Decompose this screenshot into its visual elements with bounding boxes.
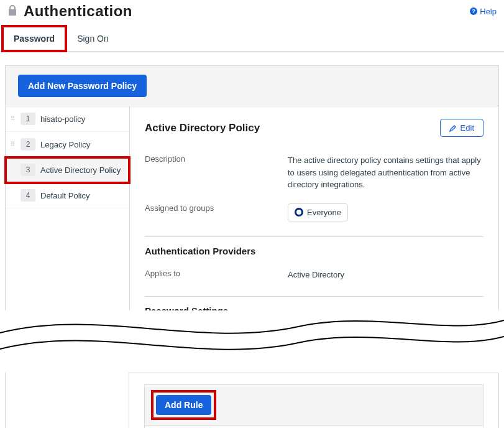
auth-providers-title: Authentication Providers bbox=[145, 246, 483, 256]
rules-table-header: Priority Rule Name Access Status bbox=[145, 426, 483, 429]
edit-button[interactable]: Edit bbox=[440, 119, 483, 137]
policy-name-label: Legacy Policy bbox=[40, 140, 90, 149]
edit-label: Edit bbox=[460, 123, 474, 133]
sidebar-item-default-policy[interactable]: ⠿ 4 Default Policy bbox=[6, 183, 129, 208]
group-tag-everyone[interactable]: Everyone bbox=[288, 203, 348, 222]
policy-priority-badge: 2 bbox=[21, 138, 35, 151]
content-break-wave bbox=[0, 310, 504, 360]
drag-handle-icon[interactable]: ⠿ bbox=[11, 117, 16, 121]
description-value: The active directory policy contains set… bbox=[288, 154, 483, 191]
pencil-icon bbox=[449, 124, 457, 132]
everyone-icon bbox=[295, 208, 303, 216]
help-icon: ? bbox=[470, 7, 477, 15]
group-tag-label: Everyone bbox=[307, 207, 341, 219]
detail-title: Active Directory Policy bbox=[145, 122, 260, 134]
assigned-to-groups-label: Assigned to groups bbox=[145, 203, 288, 222]
policy-priority-badge: 4 bbox=[21, 189, 35, 202]
policy-sidebar: ⠿ 1 hisato-policy ⠿ 2 Legacy Policy ⠿ 3 … bbox=[6, 106, 130, 335]
rules-box: Add Rule Priority Rule Name Access Statu… bbox=[144, 384, 483, 429]
applies-to-label: Applies to bbox=[145, 269, 288, 281]
tab-password[interactable]: Password bbox=[2, 26, 66, 51]
divider bbox=[145, 296, 483, 297]
policy-name-label: Active Directory Policy bbox=[40, 165, 121, 175]
tab-sign-on[interactable]: Sign On bbox=[66, 26, 120, 51]
drag-handle-icon[interactable]: ⠿ bbox=[11, 142, 16, 146]
applies-to-value: Active Directory bbox=[288, 269, 483, 281]
sidebar-item-legacy-policy[interactable]: ⠿ 2 Legacy Policy bbox=[6, 132, 129, 157]
add-new-password-policy-button[interactable]: Add New Password Policy bbox=[18, 75, 147, 97]
content-frame: Add New Password Policy ⠿ 1 hisato-polic… bbox=[5, 65, 499, 335]
sidebar-item-active-directory-policy[interactable]: ⠿ 3 Active Directory Policy bbox=[6, 157, 129, 183]
policy-priority-badge: 1 bbox=[21, 113, 35, 125]
policy-name-label: hisato-policy bbox=[40, 114, 85, 124]
help-label: Help bbox=[480, 7, 497, 16]
policy-priority-badge: 3 bbox=[21, 164, 35, 176]
tabs: Password Sign On bbox=[0, 26, 504, 52]
help-link[interactable]: ? Help bbox=[470, 7, 497, 16]
policy-name-label: Default Policy bbox=[40, 191, 89, 200]
detail-pane: Active Directory Policy Edit Description… bbox=[130, 106, 498, 335]
sidebar-spacer bbox=[5, 373, 129, 429]
add-policy-bar: Add New Password Policy bbox=[6, 66, 498, 106]
description-label: Description bbox=[145, 154, 288, 191]
lock-icon bbox=[7, 5, 17, 18]
page-title: Authentication bbox=[24, 2, 132, 20]
add-rule-button[interactable]: Add Rule bbox=[156, 395, 211, 415]
divider bbox=[145, 236, 483, 237]
svg-rect-0 bbox=[9, 9, 16, 16]
sidebar-item-hisato-policy[interactable]: ⠿ 1 hisato-policy bbox=[6, 106, 129, 132]
